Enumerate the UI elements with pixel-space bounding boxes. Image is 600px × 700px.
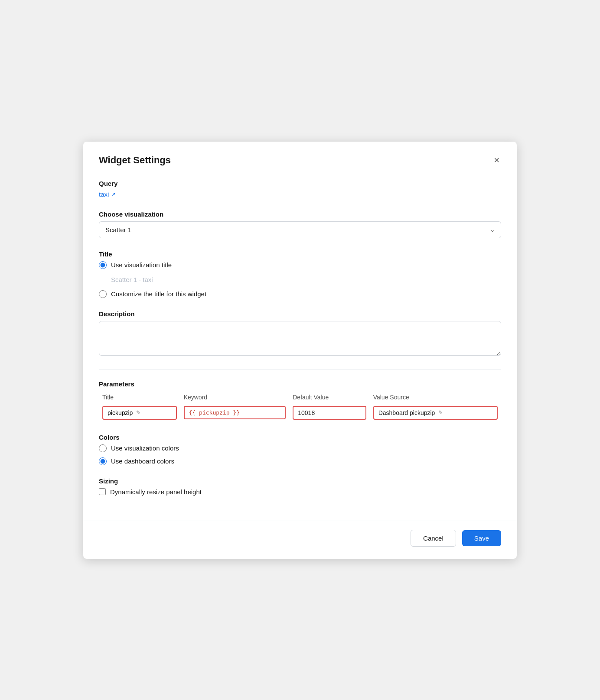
param-title-field[interactable]: pickupzip ✎ — [102, 406, 177, 420]
modal-title: Widget Settings — [99, 155, 171, 166]
save-button[interactable]: Save — [462, 530, 501, 546]
param-title-cell: pickupzip ✎ — [99, 404, 180, 421]
cancel-button[interactable]: Cancel — [411, 530, 456, 547]
table-row: pickupzip ✎ {{ pickupzip }} 10018 — [99, 404, 501, 421]
customize-title-label: Customize the title for this widget — [111, 290, 206, 298]
query-section: Query taxi ↗ — [99, 180, 501, 198]
parameters-section: Parameters Title Keyword Default Value V… — [99, 380, 501, 421]
use-viz-title-label: Use visualization title — [111, 261, 172, 269]
customize-title-radio[interactable] — [99, 290, 107, 298]
param-source-field[interactable]: Dashboard pickupzip ✎ — [373, 406, 498, 420]
col-source: Value Source — [370, 392, 501, 404]
description-textarea[interactable] — [99, 321, 501, 356]
description-label: Description — [99, 310, 501, 318]
use-dashboard-colors-label: Use dashboard colors — [111, 457, 174, 465]
title-section-label: Title — [99, 250, 501, 258]
close-button[interactable]: × — [492, 154, 501, 167]
use-viz-title-radio[interactable] — [99, 261, 107, 269]
param-default-value: 10018 — [298, 409, 315, 416]
sizing-label: Sizing — [99, 477, 501, 485]
customize-title-option[interactable]: Customize the title for this widget — [99, 290, 501, 298]
param-title-value: pickupzip — [108, 409, 133, 416]
colors-section: Colors Use visualization colors Use dash… — [99, 434, 501, 465]
query-link[interactable]: taxi ↗ — [99, 191, 116, 198]
colors-radio-group: Use visualization colors Use dashboard c… — [99, 444, 501, 465]
widget-settings-modal: Widget Settings × Query taxi ↗ Choose vi… — [83, 142, 517, 559]
modal-header: Widget Settings × — [83, 142, 517, 175]
resize-option[interactable]: Dynamically resize panel height — [99, 488, 501, 496]
col-default: Default Value — [289, 392, 369, 404]
col-title: Title — [99, 392, 180, 404]
param-source-value: Dashboard pickupzip — [378, 409, 435, 416]
title-section: Title Use visualization title Scatter 1 … — [99, 250, 501, 298]
use-viz-colors-option[interactable]: Use visualization colors — [99, 444, 501, 452]
use-dashboard-colors-option[interactable]: Use dashboard colors — [99, 457, 501, 465]
use-dashboard-colors-radio[interactable] — [99, 457, 107, 465]
colors-label: Colors — [99, 434, 501, 441]
param-default-cell: 10018 — [289, 404, 369, 421]
param-default-field[interactable]: 10018 — [293, 406, 366, 420]
edit-title-icon[interactable]: ✎ — [136, 409, 141, 416]
use-viz-colors-label: Use visualization colors — [111, 444, 179, 452]
sizing-section: Sizing Dynamically resize panel height — [99, 477, 501, 496]
use-viz-title-option[interactable]: Use visualization title — [99, 261, 501, 269]
modal-body: Query taxi ↗ Choose visualization Scatte… — [83, 175, 517, 521]
visualization-select-wrapper: Scatter 1Bar 1Line 1Table 1 ⌄ — [99, 221, 501, 238]
query-link-text: taxi — [99, 191, 109, 198]
visualization-select[interactable]: Scatter 1Bar 1Line 1Table 1 — [99, 221, 501, 238]
visualization-label: Choose visualization — [99, 211, 501, 218]
viz-title-placeholder: Scatter 1 - taxi — [111, 276, 501, 283]
use-viz-colors-radio[interactable] — [99, 444, 107, 452]
resize-checkbox[interactable] — [99, 488, 106, 495]
visualization-section: Choose visualization Scatter 1Bar 1Line … — [99, 211, 501, 238]
param-source-cell: Dashboard pickupzip ✎ — [370, 404, 501, 421]
external-link-icon: ↗ — [111, 191, 116, 198]
divider — [99, 369, 501, 370]
title-radio-group: Use visualization title Scatter 1 - taxi… — [99, 261, 501, 298]
param-keyword-field[interactable]: {{ pickupzip }} — [184, 406, 286, 419]
modal-footer: Cancel Save — [83, 521, 517, 559]
param-keyword-value: {{ pickupzip }} — [189, 409, 240, 416]
parameters-table: Title Keyword Default Value Value Source… — [99, 392, 501, 421]
param-keyword-cell: {{ pickupzip }} — [180, 404, 290, 421]
col-keyword: Keyword — [180, 392, 290, 404]
resize-label: Dynamically resize panel height — [110, 488, 202, 496]
parameters-label: Parameters — [99, 380, 501, 388]
query-label: Query — [99, 180, 501, 187]
description-section: Description — [99, 310, 501, 357]
edit-source-icon[interactable]: ✎ — [438, 409, 443, 416]
